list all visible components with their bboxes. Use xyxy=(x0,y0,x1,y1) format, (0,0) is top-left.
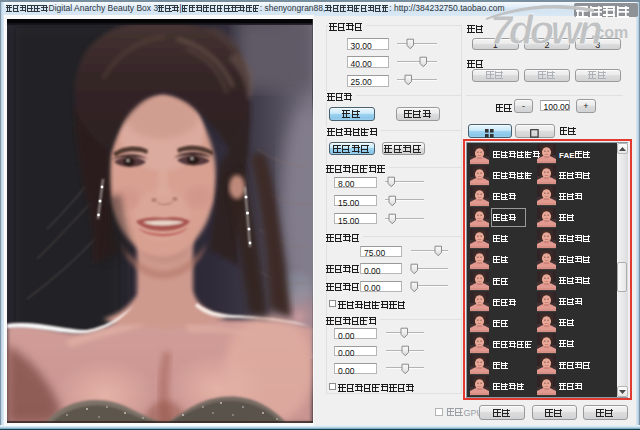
svg-text:7down: 7down xyxy=(490,8,601,50)
svg-text:.com: .com xyxy=(591,24,628,41)
